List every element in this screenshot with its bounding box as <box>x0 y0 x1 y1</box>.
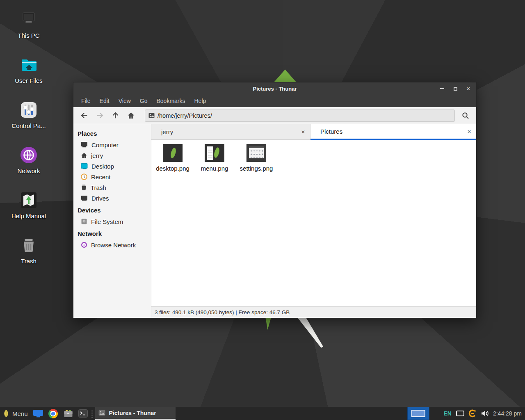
keyboard-layout-indicator[interactable]: EN <box>443 410 451 417</box>
window-controls: ✕ <box>438 82 472 95</box>
help-map-icon <box>19 190 39 210</box>
file-thumbnail <box>247 144 266 162</box>
toolbar: /home/jerry/Pictures/ <box>73 107 476 124</box>
status-bar: 3 files: 490.1 kB (490,050 bytes) | Free… <box>151 306 476 318</box>
keyboard-icon[interactable] <box>456 411 464 416</box>
menu-go[interactable]: Go <box>135 96 152 106</box>
window-titlebar[interactable]: Pictures - Thunar ✕ <box>73 82 476 95</box>
computer-icon <box>81 142 88 148</box>
image-file-icon <box>98 410 105 416</box>
menu-button[interactable] <box>3 407 9 420</box>
menubar: File Edit View Go Bookmarks Help <box>73 95 476 107</box>
trash-icon <box>81 184 87 191</box>
desktop-icon-label: This PC <box>9 32 48 39</box>
desktop-icon-this-pc[interactable]: This PC <box>9 10 48 39</box>
file-view[interactable]: desktop.png menu.png settings.png <box>151 140 476 306</box>
search-icon <box>461 112 470 120</box>
volume-tray-icon[interactable] <box>481 410 489 417</box>
control-panel-icon <box>19 100 39 120</box>
file-name: desktop.png <box>155 165 191 172</box>
active-workspace <box>411 410 425 417</box>
taskbar-window-label: Pictures - Thunar <box>109 410 156 416</box>
file-thumbnail <box>163 144 183 162</box>
launcher-file-manager[interactable] <box>63 407 73 420</box>
sidebar-item-recent[interactable]: Recent <box>73 171 151 182</box>
close-button[interactable]: ✕ <box>465 85 472 92</box>
tab-close-icon[interactable]: ✕ <box>299 128 308 137</box>
menu-file[interactable]: File <box>77 96 95 106</box>
desktop-icon <box>81 163 88 169</box>
drive-icon <box>81 195 88 201</box>
minimize-button[interactable] <box>438 85 446 92</box>
taskbar-left: Menu <box>0 407 176 420</box>
taskbar-window-button[interactable]: Pictures - Thunar <box>95 407 176 420</box>
refresh-icon <box>468 409 477 418</box>
home-icon <box>81 152 87 159</box>
desktop-icon-help-manual[interactable]: Help Manual <box>9 190 48 219</box>
sidebar-item-desktop[interactable]: Desktop <box>73 161 151 171</box>
content-pane: jerry ✕ Pictures ✕ desktop.png <box>151 124 476 318</box>
launcher-terminal[interactable] <box>78 407 88 420</box>
back-arrow-icon <box>80 112 88 119</box>
sidebar-item-drives[interactable]: Drives <box>73 193 151 203</box>
back-button[interactable] <box>77 109 91 122</box>
clock-icon <box>81 173 87 180</box>
search-button[interactable] <box>458 109 473 122</box>
sidebar-header-devices: Devices <box>73 203 151 216</box>
workspace-switcher[interactable] <box>407 407 429 420</box>
trash-icon <box>19 235 39 255</box>
tab-jerry[interactable]: jerry ✕ <box>151 124 310 140</box>
home-button[interactable] <box>123 109 138 122</box>
tab-close-icon[interactable]: ✕ <box>465 127 474 136</box>
desktop-icon-user-files[interactable]: User Files <box>9 55 48 84</box>
file-settings-png[interactable]: settings.png <box>238 144 274 172</box>
menu-edit[interactable]: Edit <box>95 96 114 106</box>
window-title: Pictures - Thunar <box>253 86 297 92</box>
sidebar-item-jerry[interactable]: jerry <box>73 150 151 161</box>
speaker-icon <box>481 410 489 417</box>
file-name: settings.png <box>238 165 274 172</box>
network-globe-icon <box>19 145 39 165</box>
computer-icon <box>19 10 39 30</box>
maximize-button[interactable] <box>452 85 459 92</box>
desktop-icon-label: User Files <box>9 77 48 84</box>
terminal-icon <box>78 409 88 418</box>
sidebar-item-browse-network[interactable]: Browse Network <box>73 240 151 250</box>
file-desktop-png[interactable]: desktop.png <box>155 144 191 172</box>
desktop-icon-control-panel[interactable]: Control Pa... <box>9 100 48 129</box>
path-entry[interactable]: /home/jerry/Pictures/ <box>145 110 455 122</box>
chrome-icon <box>48 409 58 418</box>
taskbar: Menu <box>0 407 525 420</box>
file-menu-png[interactable]: menu.png <box>196 144 233 172</box>
sidebar-item-file-system[interactable]: File System <box>73 216 151 227</box>
path-text: /home/jerry/Pictures/ <box>158 112 212 119</box>
desktop-icon-trash[interactable]: Trash <box>9 235 48 265</box>
sidebar-item-trash[interactable]: Trash <box>73 182 151 193</box>
desktop: This PC User Files Control Pa... <box>0 0 525 420</box>
forward-button[interactable] <box>92 109 107 122</box>
home-icon <box>127 112 135 119</box>
tab-pictures[interactable]: Pictures ✕ <box>310 124 476 140</box>
forward-arrow-icon <box>96 112 104 119</box>
desktop-icon-label: Network <box>9 167 48 174</box>
up-button[interactable] <box>108 109 123 122</box>
clock[interactable]: 2:44:28 pm <box>493 410 522 417</box>
menu-view[interactable]: View <box>114 96 135 106</box>
menu-bookmarks[interactable]: Bookmarks <box>152 96 189 106</box>
launcher-files[interactable] <box>33 407 43 420</box>
window-main: Places Computer jerry <box>73 124 476 318</box>
desktop-icon-network[interactable]: Network <box>9 145 48 174</box>
desktop-icon-label: Trash <box>9 258 48 265</box>
sidebar-item-computer[interactable]: Computer <box>73 139 151 150</box>
tab-bar: jerry ✕ Pictures ✕ <box>151 124 476 140</box>
thunar-window: Pictures - Thunar ✕ File Edit View Go Bo… <box>73 82 477 318</box>
sidebar: Places Computer jerry <box>73 124 151 318</box>
menu-button-label[interactable]: Menu <box>12 410 28 417</box>
blue-display-icon <box>33 409 43 418</box>
desktop-icon-label: Help Manual <box>9 212 48 219</box>
menu-help[interactable]: Help <box>190 96 211 106</box>
update-manager-tray-icon[interactable] <box>468 409 477 418</box>
status-text: 3 files: 490.1 kB (490,050 bytes) | Free… <box>155 309 290 315</box>
file-thumbnail <box>205 144 224 162</box>
launcher-chrome[interactable] <box>48 407 58 420</box>
